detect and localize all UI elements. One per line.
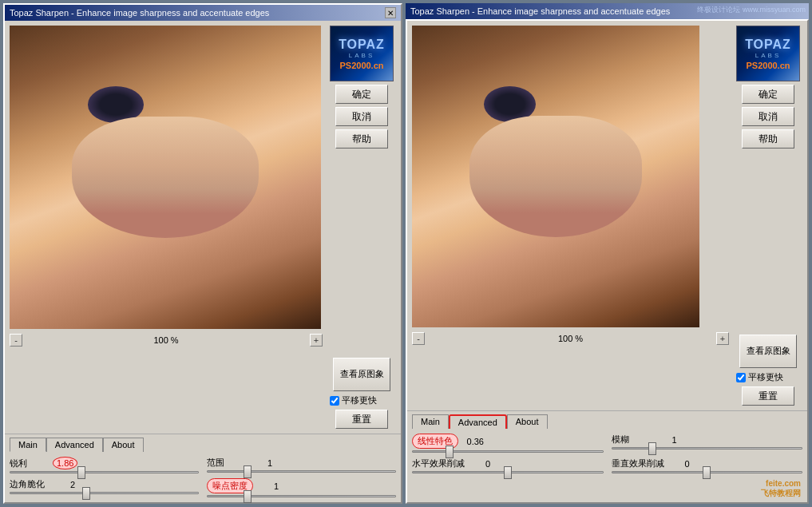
logo-ps: PS2000.cn (339, 61, 383, 70)
left-view-original-button[interactable]: 查看原图象 (333, 358, 390, 391)
left-zoom-bar: - 100 % + (10, 332, 323, 348)
right-vertical-slider[interactable] (612, 471, 803, 473)
right-blur-group: 模糊 1 (612, 434, 803, 453)
left-range-group: 范围 1 (207, 457, 396, 473)
bottom-area: feite.com飞特教程网 (407, 478, 807, 502)
right-sidebar: TOPAZ LABS PS2000.cn 确定 取消 帮助 查看原图象 平移更快… (734, 26, 802, 406)
zoom-in-button[interactable]: + (310, 334, 323, 347)
left-pan-faster-checkbox[interactable] (330, 396, 339, 406)
left-face-image (10, 26, 321, 329)
right-help-button[interactable]: 帮助 (742, 129, 794, 149)
right-tab-main[interactable]: Main (412, 414, 449, 429)
right-logo: TOPAZ LABS PS2000.cn (736, 26, 800, 81)
left-image-container (10, 26, 321, 329)
right-logo-labs: LABS (755, 52, 781, 59)
left-checkbox-row: 平移更快 (330, 394, 394, 406)
left-pan-faster-label: 平移更快 (342, 394, 377, 406)
left-sharp-group: 锐利 1.86 (10, 457, 199, 473)
left-sidebar: TOPAZ LABS PS2000.cn 确定 取消 帮助 查看原图象 平移更快… (327, 26, 396, 429)
logo-topaz: TOPAZ (339, 38, 385, 52)
close-button[interactable]: ✕ (385, 7, 396, 18)
right-zoom-bar: - 100 % + (412, 331, 729, 347)
right-cancel-button[interactable]: 取消 (742, 107, 794, 126)
right-dialog-body: - 100 % + TOPAZ LABS PS2000.cn 确定 取消 帮助 … (407, 21, 807, 410)
right-tab-advanced[interactable]: Advanced (449, 414, 507, 429)
right-linear-group: 线性特色 0.36 (412, 434, 604, 453)
left-noise-slider[interactable] (207, 495, 396, 497)
right-tab-bar: Main Advanced About (412, 414, 802, 429)
right-title-bar: Topaz Sharpen - Enhance image sharpness … (406, 3, 809, 19)
right-horizontal-slider[interactable] (412, 471, 604, 473)
left-preview-area: - 100 % + (10, 26, 323, 429)
right-view-original-button[interactable]: 查看原图象 (739, 335, 797, 368)
zoom-out-button[interactable]: - (10, 334, 22, 347)
right-image-container (412, 26, 699, 327)
left-tab-about[interactable]: About (103, 438, 144, 452)
left-title-bar: Topaz Sharpen - Enhance image sharpness … (5, 5, 401, 21)
right-title-text: Topaz Sharpen - Enhance image sharpness … (410, 6, 670, 16)
left-corner-group: 边角脆化 2 (10, 478, 199, 497)
right-vertical-group: 垂直效果削减 0 (612, 457, 803, 473)
left-corner-slider[interactable] (10, 492, 199, 494)
left-confirm-button[interactable]: 确定 (335, 85, 388, 104)
right-sliders-content: 线性特色 0.36 模糊 1 水平效果削减 (412, 434, 802, 473)
right-dialog: - 100 % + TOPAZ LABS PS2000.cn 确定 取消 帮助 … (406, 19, 809, 504)
right-logo-topaz: TOPAZ (745, 38, 791, 52)
right-tabs-panel: Main Advanced About 线性特色 0.36 (407, 410, 807, 478)
left-sharp-slider[interactable] (10, 471, 199, 473)
right-zoom-level: 100 % (428, 334, 713, 343)
logo-labs: LABS (349, 52, 374, 59)
left-cancel-button[interactable]: 取消 (335, 107, 388, 126)
right-tab-about[interactable]: About (507, 414, 548, 429)
left-noise-group: 噪点密度 1 (207, 478, 396, 497)
right-pan-faster-checkbox[interactable] (736, 373, 746, 382)
right-checkbox-row: 平移更快 (736, 371, 800, 383)
zoom-level: 100 % (26, 335, 307, 345)
left-logo: TOPAZ LABS PS2000.cn (330, 26, 394, 81)
right-horizontal-group: 水平效果削减 0 (412, 457, 604, 473)
right-reset-button[interactable]: 重置 (742, 386, 794, 406)
left-sliders-content: 锐利 1.86 范围 1 边角脆化 2 (10, 457, 396, 497)
right-zoom-in-button[interactable]: + (716, 332, 729, 345)
right-zoom-out-button[interactable]: - (412, 332, 425, 345)
right-confirm-button[interactable]: 确定 (742, 85, 794, 104)
left-dialog: Topaz Sharpen - Enhance image sharpness … (3, 3, 402, 504)
left-dialog-body: - 100 % + TOPAZ LABS PS2000.cn 确定 取消 帮助 … (5, 21, 401, 434)
left-range-slider[interactable] (207, 470, 396, 473)
right-linear-slider[interactable] (412, 450, 604, 453)
right-blur-slider[interactable] (612, 447, 803, 450)
top-watermark: 终极设计论坛 www.missyuan.com (697, 5, 806, 15)
right-pan-faster-label: 平移更快 (748, 371, 783, 383)
bottom-watermark: feite.com飞特教程网 (761, 479, 801, 499)
left-help-button[interactable]: 帮助 (335, 129, 388, 149)
left-tabs-panel: Main Advanced About 锐利 1.86 范围 (5, 434, 401, 502)
left-title-text: Topaz Sharpen - Enhance image sharpness … (10, 8, 269, 18)
left-reset-button[interactable]: 重置 (335, 410, 388, 429)
left-tab-advanced[interactable]: Advanced (46, 438, 103, 452)
right-face-image (412, 26, 699, 327)
left-tab-bar: Main Advanced About (10, 438, 396, 452)
right-preview-area: - 100 % + (412, 26, 729, 406)
left-tab-main[interactable]: Main (10, 438, 46, 452)
right-panel: Topaz Sharpen - Enhance image sharpness … (406, 3, 809, 504)
right-logo-ps: PS2000.cn (746, 61, 790, 70)
